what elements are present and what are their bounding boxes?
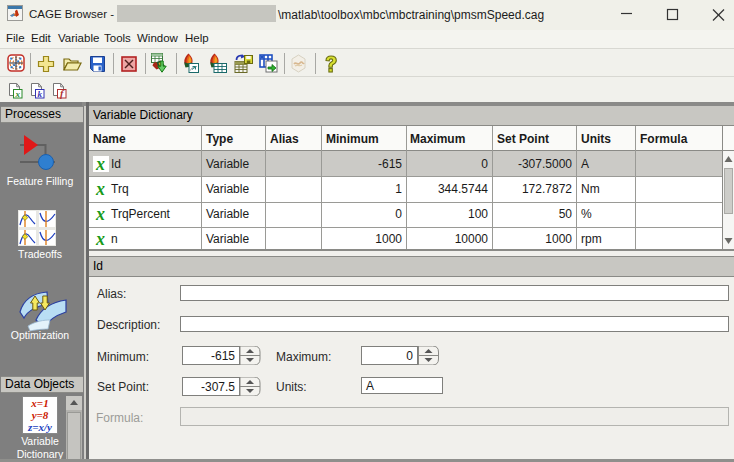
svg-text:k: k [38,89,43,99]
svg-text:x: x [15,89,21,99]
